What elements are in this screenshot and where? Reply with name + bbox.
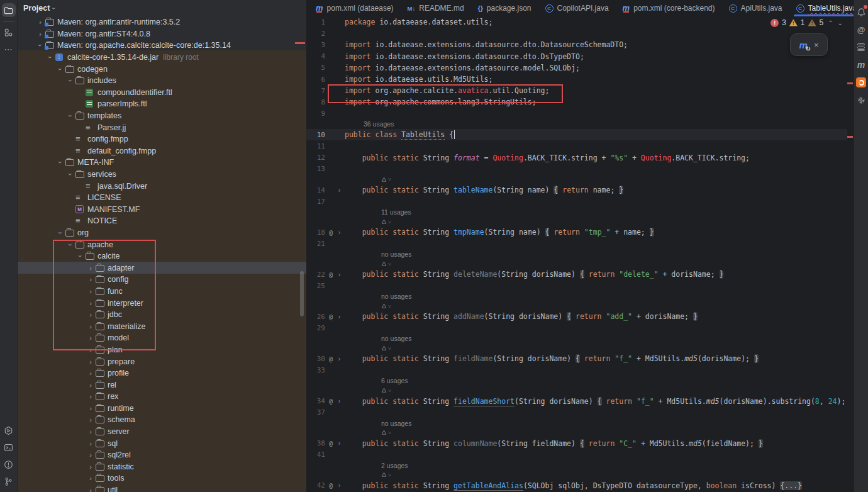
- tree-item-rex[interactable]: ›rex: [17, 391, 306, 403]
- tab-readme-md[interactable]: M↓README.md: [401, 0, 471, 16]
- annotation-gutter-icon[interactable]: @: [326, 355, 335, 362]
- usages-inlay[interactable]: 11 usages: [381, 208, 411, 216]
- tree-item-license[interactable]: ≡LICENSE: [17, 192, 306, 204]
- tree-item-runtime[interactable]: ›runtime: [17, 403, 306, 415]
- close-icon[interactable]: ×: [814, 40, 819, 50]
- fold-arrow-icon[interactable]: ›: [335, 398, 343, 405]
- tree-item-calcite[interactable]: ›calcite: [17, 250, 306, 262]
- tree-item-schema[interactable]: ›schema: [17, 414, 306, 426]
- tree-item-config-fmpp[interactable]: ≡config.fmpp: [17, 133, 306, 145]
- tree-item-org[interactable]: ›org: [17, 227, 306, 239]
- tree-item-maven-org-apache-calcite-calcite-core-de-1-35-14[interactable]: ›Maven: org.apache.calcite:calcite-core:…: [17, 40, 306, 52]
- commit-icon[interactable]: [2, 25, 16, 39]
- chevron-right-icon[interactable]: ›: [86, 463, 96, 471]
- chevron-down-icon[interactable]: ›: [65, 241, 75, 249]
- error-stripe[interactable]: [847, 82, 853, 84]
- tree-item-services[interactable]: ›services: [17, 169, 306, 181]
- problems-icon[interactable]: [2, 457, 16, 471]
- tree-item-apache[interactable]: ›apache: [17, 238, 306, 250]
- tree-item-templates[interactable]: ›templates: [17, 110, 306, 122]
- project-header[interactable]: Project ›: [17, 0, 306, 16]
- tree-scrollbar[interactable]: [300, 271, 304, 316]
- tree-item-model[interactable]: ›model: [17, 332, 306, 344]
- chevron-down-icon[interactable]: ›: [45, 53, 55, 61]
- tree-item-meta-inf[interactable]: ›META-INF: [17, 157, 306, 169]
- chevron-right-icon[interactable]: ›: [86, 323, 96, 330]
- chevron-right-icon[interactable]: ›: [86, 440, 96, 447]
- next-problem-icon[interactable]: ⌄: [838, 20, 843, 26]
- chevron-down-icon[interactable]: ›: [65, 171, 75, 178]
- tab-package-json[interactable]: {}package.json: [471, 0, 538, 16]
- tree-item-default-config-fmpp[interactable]: ≡default_config.fmpp: [17, 145, 306, 157]
- usages-inlay[interactable]: no usages: [381, 335, 411, 342]
- ai-codelens-icon[interactable]: ˅: [381, 345, 391, 352]
- chevron-down-icon[interactable]: ›: [55, 159, 65, 166]
- chevron-right-icon[interactable]: ›: [86, 486, 96, 492]
- chevron-right-icon[interactable]: ›: [86, 451, 96, 459]
- usages-inlay[interactable]: no usages: [381, 293, 411, 300]
- chevron-right-icon[interactable]: ›: [35, 30, 45, 38]
- tree-item-statistic[interactable]: ›statistic: [17, 461, 306, 473]
- annotation-gutter-icon[interactable]: @: [326, 313, 335, 320]
- tree-item-sql2rel[interactable]: ›sql2rel: [17, 449, 306, 461]
- tree-item-func[interactable]: ›func: [17, 286, 306, 298]
- chevron-right-icon[interactable]: ›: [86, 334, 96, 342]
- chevron-down-icon[interactable]: ›: [55, 229, 65, 237]
- tree-item-rel[interactable]: ›rel: [17, 379, 306, 391]
- tree-item-prepare[interactable]: ›prepare: [17, 355, 306, 367]
- tree-item-profile[interactable]: ›profile: [17, 367, 306, 379]
- plugin-pinwheel-icon[interactable]: [855, 94, 867, 106]
- tree-item-codegen[interactable]: ›codegen: [17, 63, 306, 75]
- tree-item-compoundidentifier-ftl[interactable]: compoundIdentifier.ftl: [17, 87, 306, 99]
- usages-inlay[interactable]: 6 usages: [381, 377, 408, 384]
- chevron-down-icon[interactable]: ›: [65, 77, 75, 84]
- warning-icon[interactable]: !: [789, 20, 798, 26]
- annotation-gutter-icon[interactable]: @: [326, 398, 335, 405]
- tree-item-adapter[interactable]: ›adapter: [17, 262, 306, 274]
- fold-arrow-icon[interactable]: ›: [335, 271, 343, 278]
- chevron-right-icon[interactable]: ›: [86, 288, 96, 295]
- tree-item-java-sql-driver[interactable]: ≡java.sql.Driver: [17, 180, 306, 192]
- ai-codelens-icon[interactable]: ˅: [381, 472, 391, 478]
- usages-inlay[interactable]: 2 usages: [381, 462, 408, 469]
- chevron-down-icon[interactable]: ›: [75, 252, 86, 260]
- chevron-down-icon[interactable]: ›: [35, 42, 45, 49]
- fold-arrow-icon[interactable]: ›: [335, 187, 343, 194]
- project-folder-icon[interactable]: [2, 3, 16, 17]
- chevron-right-icon[interactable]: ›: [86, 276, 96, 283]
- chevron-right-icon[interactable]: ›: [86, 358, 96, 366]
- ai-codelens-icon[interactable]: ˅: [381, 219, 391, 225]
- chevron-right-icon[interactable]: ›: [86, 264, 96, 272]
- chevron-right-icon[interactable]: ›: [86, 474, 96, 482]
- git-branch-icon[interactable]: [2, 474, 16, 488]
- more-horizontal-icon[interactable]: ⋯: [2, 42, 16, 56]
- terminal-icon[interactable]: [2, 440, 16, 454]
- tree-item-config[interactable]: ›config: [17, 274, 306, 286]
- error-icon[interactable]: !: [771, 19, 779, 27]
- ai-codelens-icon[interactable]: ˅: [381, 176, 391, 182]
- tree-item-calcite-core-1-35-14-de-jar[interactable]: ›calcite-core-1.35.14-de.jarlibrary root: [17, 52, 306, 64]
- maven-icon[interactable]: m: [855, 59, 867, 70]
- chevron-right-icon[interactable]: ›: [86, 369, 96, 377]
- chevron-right-icon[interactable]: ›: [86, 311, 96, 318]
- ai-codelens-icon[interactable]: ˅: [381, 430, 391, 436]
- inspections-widget[interactable]: ! 3 ! 1 ! 5 ⌃ ⌄: [771, 18, 843, 27]
- tree-item-notice[interactable]: ≡NOTICE: [17, 215, 306, 227]
- usages-inlay[interactable]: no usages: [381, 250, 411, 258]
- tab-apiutils-java[interactable]: CApiUtils.java: [722, 0, 789, 16]
- tree-item-tools[interactable]: ›tools: [17, 472, 306, 484]
- tree-item-parserimpls-ftl[interactable]: parserImpls.ftl: [17, 98, 306, 110]
- error-stripe[interactable]: [847, 136, 853, 138]
- annotation-gutter-icon[interactable]: @: [326, 271, 335, 278]
- usages-inlay[interactable]: no usages: [381, 420, 411, 427]
- tree-item-maven-org-antlr-antlr-runtime-3-5-2[interactable]: ›Maven: org.antlr:antlr-runtime:3.5.2: [17, 16, 306, 28]
- tree-item-interpreter[interactable]: ›interpreter: [17, 297, 306, 309]
- tab-pom-xml-dataease[interactable]: mpom.xml (dataease): [309, 0, 401, 16]
- maven-refresh-icon[interactable]: m: [799, 40, 808, 50]
- ai-codelens-icon[interactable]: ˅: [381, 388, 391, 394]
- fold-arrow-icon[interactable]: ›: [335, 313, 343, 320]
- tab-copilotapi-java[interactable]: CCopilotAPI.java: [538, 0, 616, 16]
- tree-item-includes[interactable]: ›includes: [17, 75, 306, 87]
- chevron-right-icon[interactable]: ›: [86, 393, 96, 400]
- chevron-right-icon[interactable]: ›: [35, 18, 45, 26]
